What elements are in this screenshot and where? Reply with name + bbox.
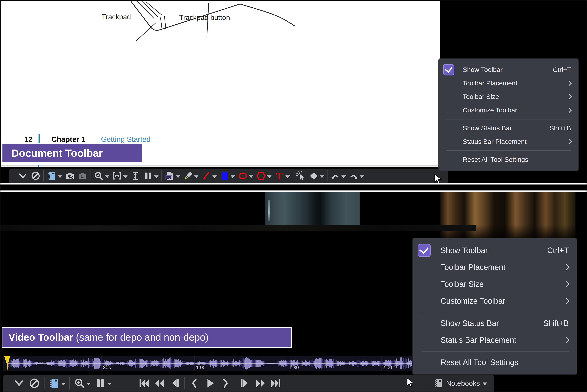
- restricted-button[interactable]: [29, 378, 40, 389]
- toolbar-divider: [69, 377, 70, 390]
- laser-pointer-icon: [296, 171, 306, 181]
- step-forward-button[interactable]: [239, 378, 251, 389]
- menu-checkbox-column: [443, 64, 463, 76]
- toolbar-divider: [91, 170, 91, 182]
- menu-item-toolbar-size[interactable]: Toolbar Size: [443, 90, 571, 104]
- rectangle-annotation-button[interactable]: [220, 171, 235, 181]
- skip-start-button[interactable]: [138, 378, 150, 389]
- text-annotation-button[interactable]: T: [274, 171, 290, 181]
- menu-item-show-toolbar[interactable]: Show ToolbarCtrl+T: [443, 63, 571, 76]
- dropdown-caret-icon[interactable]: [320, 176, 324, 178]
- zoom-in-button[interactable]: [74, 378, 91, 389]
- rewind-button[interactable]: [154, 378, 165, 389]
- menu-item-label: Toolbar Placement: [463, 80, 567, 87]
- dropdown-caret-icon[interactable]: [267, 176, 271, 178]
- dropdown-caret-icon[interactable]: [154, 176, 159, 178]
- scrollbar-position-tick[interactable]: [38, 165, 39, 167]
- document-toolbar: T: [9, 168, 448, 183]
- menu-item-reset-all-tool-settings[interactable]: Reset All Tool Settings: [443, 153, 571, 166]
- chevron-down-button[interactable]: [13, 378, 25, 389]
- dropdown-caret-icon[interactable]: [176, 176, 180, 178]
- document-stamp-button[interactable]: [165, 171, 180, 181]
- compare-columns-button[interactable]: [143, 171, 159, 181]
- toolbar-divider: [44, 377, 45, 390]
- previous-clip-button[interactable]: [189, 378, 200, 389]
- dropdown-caret-icon[interactable]: [285, 176, 290, 178]
- audio-waveform-timeline[interactable]: s30s1:001:302:00: [3, 356, 477, 371]
- menu-item-status-bar-placement[interactable]: Status Bar Placement: [418, 332, 569, 348]
- dropdown-caret-icon[interactable]: [249, 176, 253, 178]
- menu-divider: [422, 312, 569, 312]
- compare-columns-button[interactable]: [95, 378, 112, 389]
- chevron-down-button[interactable]: [18, 171, 28, 181]
- menu-item-toolbar-size[interactable]: Toolbar Size: [418, 276, 569, 292]
- arrow-annotation-button[interactable]: [201, 171, 217, 181]
- camera-add-button[interactable]: [65, 171, 75, 181]
- notebook-button[interactable]: [49, 378, 65, 389]
- menu-item-customize-toolbar[interactable]: Customize Toolbar: [418, 292, 569, 310]
- submenu-chevron-icon: [563, 298, 570, 304]
- zoom-in-button[interactable]: [94, 171, 109, 181]
- dropdown-caret-icon[interactable]: [194, 176, 198, 178]
- highlighter-button[interactable]: [183, 171, 198, 181]
- menu-item-customize-toolbar[interactable]: Customize Toolbar: [443, 104, 571, 117]
- skip-end-icon: [270, 378, 281, 389]
- hexagon-annotation-button[interactable]: [256, 171, 271, 181]
- document-context-menu: Show ToolbarCtrl+TToolbar PlacementToolb…: [438, 58, 579, 171]
- redo-icon: [349, 171, 358, 181]
- notebook-button[interactable]: [47, 171, 62, 181]
- menu-shortcut: Shift+B: [543, 319, 569, 328]
- dropdown-caret-icon[interactable]: [231, 176, 235, 178]
- chevron-down-icon: [483, 382, 487, 385]
- eraser-button[interactable]: [309, 171, 324, 181]
- dropdown-caret-icon[interactable]: [58, 176, 62, 178]
- play-button[interactable]: [204, 378, 216, 389]
- mouse-cursor-video: [406, 377, 415, 388]
- dropdown-caret-icon[interactable]: [341, 176, 346, 178]
- menu-item-status-bar-placement[interactable]: Status Bar Placement: [443, 135, 571, 148]
- skip-end-button[interactable]: [270, 378, 281, 389]
- dropdown-caret-icon[interactable]: [107, 383, 112, 386]
- dropdown-caret-icon[interactable]: [105, 176, 109, 178]
- document-toolbar-callout: Document Toolbar: [2, 143, 143, 163]
- footer-divider-bar: [39, 134, 40, 144]
- notebooks-button[interactable]: Notebooks: [433, 378, 487, 388]
- fit-width-button[interactable]: [112, 171, 128, 181]
- dropdown-caret-icon[interactable]: [61, 383, 65, 386]
- restricted-button[interactable]: [31, 171, 41, 181]
- toolbar-divider: [162, 170, 162, 182]
- menu-item-show-status-bar[interactable]: Show Status BarShift+B: [418, 315, 569, 332]
- fast-forward-button[interactable]: [255, 378, 266, 389]
- video-frame-shadow: [1, 225, 476, 231]
- fit-height-button[interactable]: [131, 171, 140, 181]
- checked-checkbox-icon[interactable]: [418, 244, 431, 257]
- dropdown-caret-icon[interactable]: [360, 176, 364, 178]
- toolbar-divider: [116, 377, 116, 390]
- next-clip-button[interactable]: [220, 378, 231, 389]
- undo-button[interactable]: [330, 171, 346, 181]
- section-link[interactable]: Getting Started: [101, 135, 151, 144]
- toolbar-divider: [327, 170, 327, 182]
- redo-button[interactable]: [349, 171, 364, 181]
- menu-item-toolbar-placement[interactable]: Toolbar Placement: [443, 76, 571, 90]
- step-back-button[interactable]: [169, 378, 181, 389]
- horizontal-scrollbar[interactable]: [1, 165, 440, 167]
- menu-item-reset-all-tool-settings[interactable]: Reset All Tool Settings: [418, 354, 569, 371]
- dropdown-caret-icon[interactable]: [123, 176, 128, 178]
- arrow-annotation-icon: [201, 171, 211, 181]
- menu-item-label: Reset All Tool Settings: [463, 156, 571, 163]
- menu-shortcut: Ctrl+T: [547, 246, 569, 255]
- menu-item-show-toolbar[interactable]: Show ToolbarCtrl+T: [418, 242, 569, 259]
- skip-start-icon: [138, 378, 150, 389]
- ellipse-annotation-button[interactable]: [238, 171, 253, 181]
- dropdown-caret-icon[interactable]: [86, 383, 91, 386]
- camera-share-button[interactable]: [78, 171, 88, 181]
- submenu-chevron-icon: [563, 337, 570, 343]
- chapter-label: Chapter 1: [52, 135, 85, 144]
- timeline-label: s: [7, 365, 9, 370]
- menu-item-show-status-bar[interactable]: Show Status BarShift+B: [443, 122, 571, 135]
- checked-checkbox-icon[interactable]: [443, 64, 454, 76]
- dropdown-caret-icon[interactable]: [212, 176, 217, 178]
- menu-item-toolbar-placement[interactable]: Toolbar Placement: [418, 259, 569, 276]
- laser-pointer-button[interactable]: [296, 171, 306, 181]
